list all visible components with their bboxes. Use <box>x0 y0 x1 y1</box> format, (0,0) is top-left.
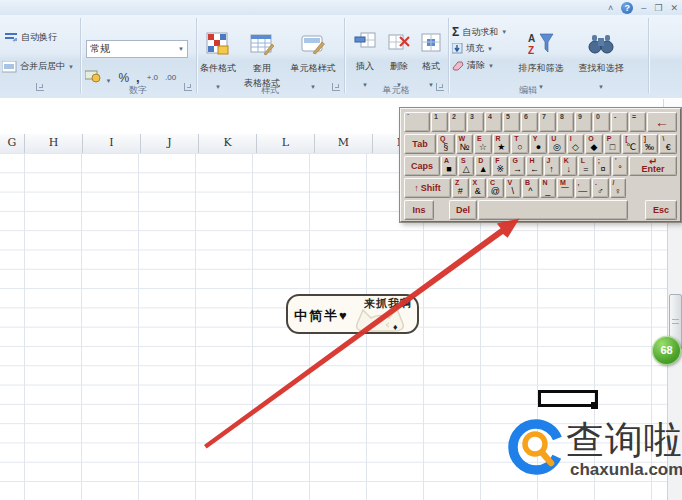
key-v[interactable]: V\ <box>505 178 522 198</box>
key-7[interactable]: 7 <box>539 112 556 132</box>
key-u[interactable]: U◎ <box>548 134 566 154</box>
key-backspace[interactable]: ← <box>647 112 677 132</box>
key-b[interactable]: B^ <box>522 178 539 198</box>
comma-style-button[interactable]: , <box>136 70 140 85</box>
column-header-L[interactable]: L <box>257 134 315 153</box>
key-1[interactable]: 1 <box>431 112 448 132</box>
key-shift[interactable]: ↑Shift <box>404 178 451 198</box>
key-e[interactable]: E☆ <box>474 134 492 154</box>
key-'[interactable]: '° <box>612 156 628 176</box>
key-.[interactable]: .♂ <box>592 178 609 198</box>
key-enter[interactable]: ↵Enter <box>629 156 677 176</box>
key-esc[interactable]: Esc <box>645 200 677 220</box>
format-as-table-button[interactable]: 套用 表格格式 <box>240 32 284 90</box>
column-header-I[interactable]: I <box>83 134 141 153</box>
key-caps[interactable]: Caps <box>404 156 440 176</box>
collapse-ribbon-icon[interactable]: ˄ <box>608 3 613 14</box>
fill-button[interactable]: 填充 ▼ <box>452 42 493 55</box>
key-r[interactable]: R★ <box>493 134 511 154</box>
autosum-button[interactable]: Σ 自动求和 ▼ <box>452 25 507 39</box>
wrap-text-label: 自动换行 <box>21 31 57 44</box>
key-p[interactable]: P□ <box>604 134 622 154</box>
key-w[interactable]: W№ <box>456 134 474 154</box>
key-y[interactable]: Y● <box>530 134 548 154</box>
svg-text:A: A <box>528 33 535 44</box>
key-f[interactable]: F※ <box>492 156 508 176</box>
key-4[interactable]: 4 <box>485 112 502 132</box>
format-cells-label: 格式 <box>416 60 446 73</box>
key-h[interactable]: H← <box>526 156 542 176</box>
scroll-badge[interactable]: 68 <box>652 336 681 365</box>
key-0[interactable]: 0 <box>593 112 610 132</box>
key-t[interactable]: T○ <box>511 134 529 154</box>
eraser-icon <box>452 61 464 71</box>
watermark-logo: 查询啦 chaxunla.com <box>506 413 682 485</box>
number-dialog-launcher-icon[interactable] <box>184 83 192 91</box>
key-q[interactable]: Q§ <box>437 134 455 154</box>
minimize-icon[interactable]: ‒ <box>641 3 646 14</box>
percent-style-button[interactable]: % <box>118 71 129 85</box>
key--[interactable]: - <box>611 112 628 132</box>
clear-button[interactable]: 清除 ▼ <box>452 59 494 72</box>
key-2[interactable]: 2 <box>449 112 466 132</box>
key-j[interactable]: J↑ <box>544 156 560 176</box>
ime-status-text: 中简半♥ <box>294 307 349 325</box>
cells-dialog-launcher-icon[interactable] <box>436 83 444 91</box>
key-del[interactable]: Del <box>449 200 477 220</box>
key-a[interactable]: A■ <box>441 156 457 176</box>
close-icon[interactable]: ✕ <box>670 3 678 14</box>
key-o[interactable]: O◆ <box>585 134 603 154</box>
merge-center-button[interactable]: 合并后居中 ▼ <box>2 60 74 73</box>
key-5[interactable]: 5 <box>503 112 520 132</box>
key-g[interactable]: G→ <box>509 156 525 176</box>
key-ins[interactable]: Ins <box>404 200 434 220</box>
key-backslash[interactable]: \€ <box>659 134 677 154</box>
column-header-H[interactable]: H <box>25 134 83 153</box>
ime-status-sticker[interactable]: ♦ 来抓我啊 中简半♥ <box>286 294 419 334</box>
key-c[interactable]: C@ <box>487 178 504 198</box>
group-separator <box>80 18 81 93</box>
key-z[interactable]: Z# <box>452 178 469 198</box>
increase-decimal-button[interactable]: +.0 <box>147 73 158 82</box>
insert-cells-button[interactable]: 插入 ▼ <box>350 32 380 91</box>
key-][interactable]: ]‰ <box>641 134 659 154</box>
column-header-J[interactable]: J <box>141 134 199 153</box>
key-tab[interactable]: Tab <box>404 134 436 154</box>
key-i[interactable]: I◇ <box>567 134 585 154</box>
key-[[interactable]: [℃ <box>622 134 640 154</box>
key-n[interactable]: N_ <box>540 178 557 198</box>
key-l[interactable]: L= <box>578 156 594 176</box>
key-m[interactable]: M￣ <box>557 178 574 198</box>
restore-icon[interactable]: ❐ <box>654 3 662 14</box>
key-space[interactable] <box>478 200 628 220</box>
wrap-text-button[interactable]: 自动换行 <box>5 31 57 44</box>
key-x[interactable]: X& <box>470 178 487 198</box>
key-3[interactable]: 3 <box>467 112 484 132</box>
key-=[interactable]: = <box>629 112 646 132</box>
alignment-dialog-launcher-icon[interactable] <box>36 83 44 91</box>
key-k[interactable]: K↓ <box>561 156 577 176</box>
cell-styles-icon <box>301 32 325 56</box>
key-`[interactable]: ` <box>404 112 430 132</box>
currency-icon <box>85 68 101 83</box>
binoculars-icon <box>588 32 614 56</box>
number-format-dropdown[interactable]: 常规 ▼ <box>86 40 188 58</box>
key-9[interactable]: 9 <box>575 112 592 132</box>
delete-cells-button[interactable]: 删除 ▼ <box>384 32 414 91</box>
column-header-G[interactable]: G <box>0 134 25 153</box>
key-6[interactable]: 6 <box>521 112 538 132</box>
key-/[interactable]: /♀ <box>610 178 627 198</box>
key-;[interactable]: ;¤ <box>595 156 611 176</box>
key-s[interactable]: S△ <box>458 156 474 176</box>
chevron-down-icon: ▼ <box>488 63 494 69</box>
key-,[interactable]: ,― <box>575 178 592 198</box>
decrease-decimal-button[interactable]: .00 <box>165 73 176 82</box>
merge-center-label: 合并后居中 <box>20 60 65 73</box>
styles-dialog-launcher-icon[interactable] <box>332 83 340 91</box>
key-d[interactable]: D▲ <box>475 156 491 176</box>
column-header-K[interactable]: K <box>199 134 257 153</box>
key-8[interactable]: 8 <box>557 112 574 132</box>
ribbon: 自动换行 合并后居中 ▼ 常规 ▼ ▼ % , +.0 .00 数字 <box>0 15 682 99</box>
help-icon[interactable]: ? <box>621 2 633 14</box>
column-header-M[interactable]: M <box>315 134 373 153</box>
